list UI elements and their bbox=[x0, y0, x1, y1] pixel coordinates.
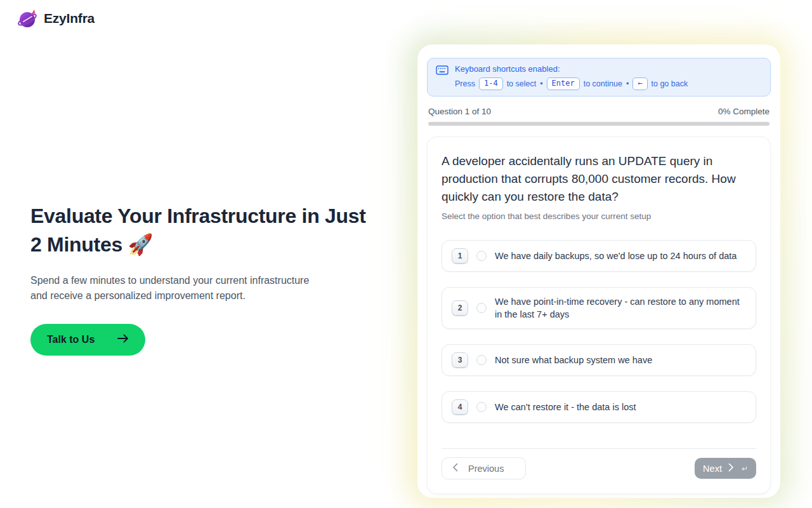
talk-to-us-button[interactable]: Talk to Us bbox=[30, 324, 145, 356]
keyboard-icon bbox=[436, 65, 449, 90]
key-back-arrow: ← bbox=[632, 77, 647, 90]
chevron-right-icon bbox=[728, 463, 734, 474]
shortcuts-title: Keyboard shortcuts enabled: bbox=[455, 64, 688, 74]
previous-label: Previous bbox=[468, 464, 504, 474]
quiz-panel: Keyboard shortcuts enabled: Press 1-4 to… bbox=[417, 44, 780, 498]
press-label: Press bbox=[455, 79, 475, 88]
next-label: Next bbox=[703, 464, 722, 474]
continue-label: to continue bbox=[584, 79, 622, 88]
question-hint: Select the option that best describes yo… bbox=[442, 211, 756, 221]
previous-button[interactable]: Previous bbox=[442, 457, 526, 479]
question-card: A developer accidentally runs an UPDATE … bbox=[427, 137, 771, 494]
key-1-4: 1-4 bbox=[479, 77, 503, 90]
card-footer: Previous Next ↵ bbox=[442, 457, 756, 479]
brand-name: EzyInfra bbox=[44, 11, 95, 26]
option-number-badge: 2 bbox=[452, 300, 468, 316]
dot-separator: • bbox=[540, 79, 542, 88]
shortcuts-detail: Press 1-4 to select • Enter to continue … bbox=[455, 77, 688, 90]
question-text: A developer accidentally runs an UPDATE … bbox=[442, 152, 757, 206]
option-3[interactable]: 3 Not sure what backup system we have bbox=[442, 344, 756, 376]
option-label: We can't restore it - the data is lost bbox=[495, 401, 636, 413]
option-number-badge: 4 bbox=[452, 399, 468, 415]
progress-row: Question 1 of 10 0% Complete bbox=[428, 107, 769, 116]
option-radio[interactable] bbox=[476, 251, 487, 261]
hero-title: Evaluate Your Infrastructure in Just 2 M… bbox=[30, 202, 411, 259]
progress-bar bbox=[428, 122, 769, 126]
shortcuts-text: Keyboard shortcuts enabled: Press 1-4 to… bbox=[455, 64, 688, 90]
footer-divider bbox=[442, 448, 756, 449]
option-1[interactable]: 1 We have daily backups, so we'd lose up… bbox=[442, 240, 756, 272]
hero-subtitle: Spend a few minutes to understand your c… bbox=[30, 273, 411, 304]
planet-rocket-icon bbox=[17, 8, 39, 29]
option-number-badge: 3 bbox=[452, 352, 468, 368]
arrow-right-icon bbox=[117, 334, 129, 345]
option-label: We have daily backups, so we'd lose up t… bbox=[495, 250, 737, 262]
option-radio[interactable] bbox=[476, 303, 487, 313]
enter-key-icon: ↵ bbox=[742, 464, 748, 473]
option-number-badge: 1 bbox=[452, 248, 468, 264]
option-4[interactable]: 4 We can't restore it - the data is lost bbox=[442, 391, 756, 423]
talk-to-us-label: Talk to Us bbox=[47, 334, 95, 345]
percent-complete: 0% Complete bbox=[718, 107, 769, 116]
brand-logo[interactable]: EzyInfra bbox=[17, 8, 95, 29]
dot-separator: • bbox=[626, 79, 629, 88]
chevron-left-icon bbox=[452, 463, 458, 474]
hero-section: Evaluate Your Infrastructure in Just 2 M… bbox=[30, 202, 411, 356]
keyboard-shortcuts-banner: Keyboard shortcuts enabled: Press 1-4 to… bbox=[427, 58, 771, 97]
question-counter: Question 1 of 10 bbox=[428, 107, 491, 116]
key-enter: Enter bbox=[547, 77, 580, 90]
option-2[interactable]: 2 We have point-in-time recovery - can r… bbox=[442, 287, 756, 329]
next-button[interactable]: Next ↵ bbox=[695, 458, 756, 479]
back-label: to go back bbox=[652, 79, 688, 88]
select-label: to select bbox=[507, 79, 537, 88]
option-label: We have point-in-time recovery - can res… bbox=[495, 295, 746, 321]
options-list: 1 We have daily backups, so we'd lose up… bbox=[442, 240, 756, 423]
option-radio[interactable] bbox=[476, 355, 487, 365]
option-radio[interactable] bbox=[476, 402, 487, 412]
option-label: Not sure what backup system we have bbox=[495, 354, 652, 366]
